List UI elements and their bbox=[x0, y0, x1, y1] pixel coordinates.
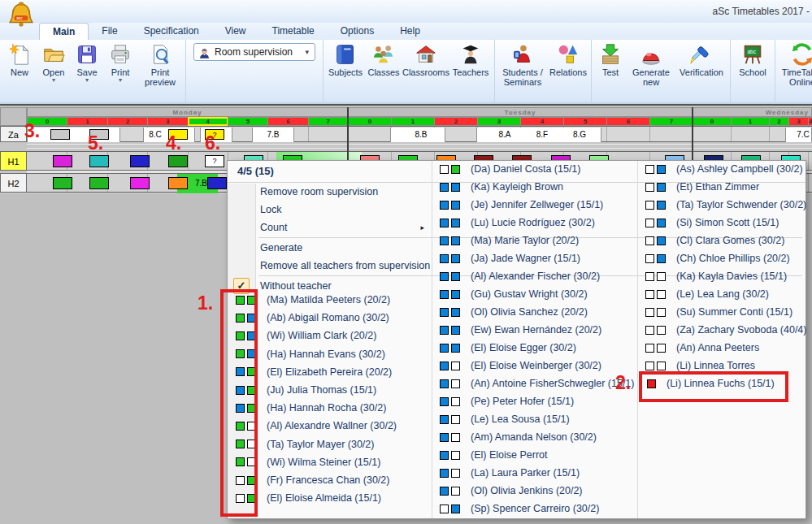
period-cell-wednesday-4[interactable]: 4 bbox=[808, 117, 812, 126]
teacher-item[interactable]: (Lu) Lucie Rodríguez (30/2) bbox=[432, 214, 645, 232]
teacher-item[interactable]: (Cl) Clara Gomes (30/2) bbox=[637, 232, 812, 249]
duty-slot[interactable] bbox=[130, 177, 150, 189]
period-cell-tuesday-3[interactable]: 3 bbox=[477, 117, 521, 126]
teacher-item[interactable]: (An) Anna Peeters bbox=[637, 339, 812, 357]
duty-slot[interactable] bbox=[89, 177, 109, 189]
teacher-item[interactable]: (Sp) Spencer Carreiro (30/2) bbox=[432, 500, 645, 518]
menu-item-lock[interactable]: Lock bbox=[228, 201, 431, 219]
teacher-item[interactable]: (Pe) Peter Hofer (15/1) bbox=[432, 392, 645, 410]
teacher-item[interactable]: (Gu) Gustav Wright (30/2) bbox=[432, 285, 645, 303]
teacher-item[interactable]: (Ka) Kayleigh Brown bbox=[432, 178, 645, 196]
teacher-item[interactable]: (Ma) Marie Taylor (20/2) bbox=[432, 232, 645, 249]
tab-specification[interactable]: Specification bbox=[131, 23, 212, 40]
duty-slot[interactable]: ? bbox=[205, 155, 224, 167]
relations-button[interactable]: Relations bbox=[548, 41, 588, 77]
teacher-item[interactable]: (El) Eloise Almeida (15/1) bbox=[228, 489, 439, 507]
teacher-item[interactable]: (Et) Ethan Zimmer bbox=[637, 178, 812, 196]
period-cell-tuesday-5[interactable]: 5 bbox=[563, 117, 607, 126]
teacher-item[interactable]: (Si) Simon Scott (15/1) bbox=[637, 214, 812, 232]
teacher-item[interactable]: (Ch) Chloe Phillips (20/2) bbox=[637, 249, 812, 267]
students-seminars-button[interactable]: Students / Seminars bbox=[497, 41, 548, 88]
period-cell-monday-4[interactable]: 4 bbox=[188, 117, 228, 126]
menu-item-count[interactable]: Count▸ bbox=[228, 219, 431, 236]
teacher-item[interactable]: (Za) Zachary Svoboda (40/4) bbox=[637, 321, 812, 339]
period-cell-wednesday-1[interactable]: 1 bbox=[731, 117, 770, 126]
teacher-item[interactable]: (Ta) Taylor Mayer (30/2) bbox=[228, 435, 439, 453]
tab-view[interactable]: View bbox=[212, 23, 259, 40]
duty-slot[interactable] bbox=[53, 155, 72, 167]
teacher-item[interactable]: (Al) Alexandre Wallner (30/2) bbox=[228, 417, 439, 435]
period-cell-tuesday-0[interactable]: 0 bbox=[348, 117, 392, 126]
classrooms-button[interactable]: Classrooms bbox=[402, 41, 449, 77]
teacher-item[interactable]: (Fr) Francesca Chan (30/2) bbox=[228, 471, 439, 489]
teacher-item[interactable]: (Ew) Ewan Hernández (20/2) bbox=[432, 321, 645, 339]
teacher-item[interactable]: (El) Eloise Weinberger (30/2) bbox=[432, 357, 645, 375]
row-header-za[interactable]: Za bbox=[0, 126, 27, 142]
period-cell-wednesday-0[interactable]: 0 bbox=[693, 117, 732, 126]
teacher-item[interactable]: (Le) Lea Sousa (15/1) bbox=[432, 410, 645, 428]
tab-timetable[interactable]: Timetable bbox=[259, 23, 328, 40]
new-button[interactable]: New bbox=[2, 41, 37, 77]
period-cell-monday-3[interactable]: 3 bbox=[147, 117, 188, 126]
teacher-item[interactable]: (Ma) Matilda Peeters (20/2) bbox=[228, 291, 439, 309]
period-cell-monday-5[interactable]: 5 bbox=[228, 117, 268, 126]
tab-options[interactable]: Options bbox=[328, 23, 387, 40]
teacher-item[interactable]: (Ha) Hannah Rocha (30/2) bbox=[228, 399, 439, 417]
subjects-button[interactable]: Subjects bbox=[326, 41, 365, 77]
teacher-item[interactable]: (As) Ashley Campbell (30/2) bbox=[637, 160, 812, 178]
teacher-item[interactable]: (Ha) Hannah Evans (30/2) bbox=[228, 345, 439, 363]
supervision-slot[interactable] bbox=[50, 129, 70, 140]
teacher-item[interactable]: (Su) Summer Conti (15/1) bbox=[637, 303, 812, 321]
tab-main[interactable]: Main bbox=[39, 23, 89, 40]
period-cell-tuesday-4[interactable]: 4 bbox=[520, 117, 564, 126]
teacher-item[interactable]: (Ol) Olivia Sanchez (20/2) bbox=[432, 303, 645, 321]
row-header-h2[interactable]: H2 bbox=[0, 173, 27, 193]
period-cell-tuesday-6[interactable]: 6 bbox=[606, 117, 650, 126]
duty-slot[interactable] bbox=[130, 155, 150, 167]
period-cell-wednesday-3[interactable]: 3 bbox=[788, 117, 809, 126]
teacher-item[interactable]: (Da) Daniel Costa (15/1) bbox=[432, 160, 645, 178]
teacher-item[interactable]: (El) Eloise Perrot bbox=[432, 446, 645, 464]
menu-item-remove-room-supervision[interactable]: Remove room supervision bbox=[228, 183, 431, 201]
teacher-item[interactable]: (Le) Lea Lang (30/2) bbox=[637, 285, 812, 303]
teacher-item[interactable]: (Ja) Jade Wagner (15/1) bbox=[432, 249, 645, 267]
tab-file[interactable]: File bbox=[89, 23, 130, 40]
teacher-item[interactable]: (Je) Jennifer Zellweger (15/1) bbox=[432, 196, 645, 214]
teacher-item[interactable]: (El) Elizabeth Pereira (20/2) bbox=[228, 363, 439, 381]
verification-button[interactable]: Verification bbox=[675, 41, 727, 77]
duty-slot[interactable] bbox=[168, 177, 188, 189]
duty-slot[interactable] bbox=[207, 177, 227, 189]
asc-bell-logo-icon[interactable]: asc bbox=[7, 1, 36, 28]
menu-item-generate[interactable]: Generate bbox=[228, 239, 431, 257]
teacher-item[interactable]: (Al) Alexander Fischer (30/2) bbox=[432, 267, 645, 285]
teacher-item[interactable]: (Ab) Abigail Romano (30/2) bbox=[228, 309, 439, 327]
period-cell-wednesday-2[interactable]: 2 bbox=[769, 117, 789, 126]
print-button[interactable]: Print▾ bbox=[103, 41, 137, 84]
classes-button[interactable]: Classes bbox=[365, 41, 402, 77]
school-button[interactable]: abcSchool bbox=[733, 41, 772, 77]
duty-slot[interactable] bbox=[168, 155, 188, 167]
teacher-item[interactable]: (El) Eloise Egger (30/2) bbox=[432, 339, 645, 357]
period-cell-tuesday-7[interactable]: 7 bbox=[649, 117, 693, 126]
period-cell-monday-1[interactable]: 1 bbox=[67, 117, 107, 126]
period-cell-monday-2[interactable]: 2 bbox=[107, 117, 148, 126]
test-button[interactable]: Test bbox=[594, 41, 627, 77]
teacher-item[interactable]: (Ol) Olivia Jenkins (20/2) bbox=[432, 482, 645, 500]
teacher-item[interactable]: (An) Antoine FisherSchwegler (15/1) bbox=[432, 375, 645, 392]
generate-new-button[interactable]: Generate new bbox=[627, 41, 675, 88]
teacher-item[interactable]: (Am) Amanda Nelson (30/2) bbox=[432, 428, 645, 446]
row-header-h1[interactable]: H1 bbox=[0, 151, 27, 171]
teacher-item[interactable]: (Ju) Julia Thomas (15/1) bbox=[228, 381, 439, 399]
timetable-online-button[interactable]: TimeTable Online bbox=[778, 41, 812, 88]
duty-slot[interactable] bbox=[53, 177, 72, 189]
menu-item-remove-all-teachers-from-supervision[interactable]: Remove all teachers from supervision bbox=[228, 257, 431, 275]
teacher-item[interactable]: (Ta) Taylor Schwender (30/2) bbox=[637, 196, 812, 214]
period-cell-tuesday-1[interactable]: 1 bbox=[391, 117, 435, 126]
room-supervision-dropdown[interactable]: Room supervision▾ bbox=[193, 43, 315, 61]
save-button[interactable]: Save▾ bbox=[71, 41, 103, 84]
teacher-item[interactable]: (Wi) Wilma Steiner (15/1) bbox=[228, 453, 439, 471]
period-cell-monday-6[interactable]: 6 bbox=[267, 117, 308, 126]
tab-help[interactable]: Help bbox=[387, 23, 433, 40]
period-cell-tuesday-2[interactable]: 2 bbox=[434, 117, 478, 126]
teachers-button[interactable]: Teachers bbox=[449, 41, 492, 77]
